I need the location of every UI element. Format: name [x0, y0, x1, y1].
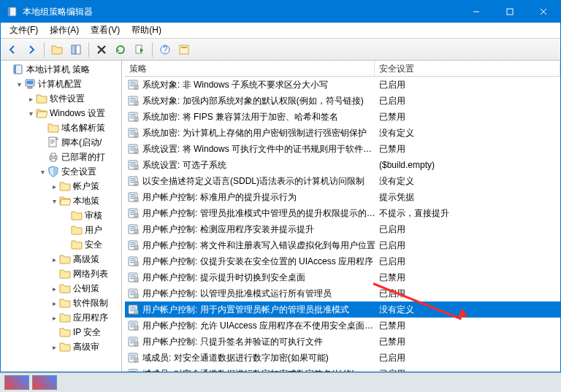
folder-icon [59, 297, 71, 309]
tree-adv-audit[interactable]: ▸高级审 [47, 339, 121, 354]
toolbar-sep [88, 42, 89, 57]
chevron-right-icon[interactable]: ▸ [49, 254, 59, 264]
tree-root[interactable]: 本地计算机 策略 [1, 62, 121, 77]
policy-name: 用户帐户控制: 用于内置管理员帐户的管理员批准模式 [142, 304, 349, 316]
show-hide-tree-button[interactable] [67, 41, 85, 58]
policy-row[interactable]: 用户帐户控制: 提示提升时切换到安全桌面已禁用 [125, 269, 560, 285]
tree-software-settings[interactable]: ▸软件设置 [24, 91, 121, 106]
menu-view[interactable]: 查看(V) [85, 23, 126, 38]
policy-name: 系统加密: 为计算机上存储的用户密钥强制进行强密钥保护 [142, 127, 367, 139]
policy-row[interactable]: 用户帐户控制: 允许 UIAccess 应用程序在不使用安全桌面…已禁用 [125, 318, 560, 334]
tree-user-rights[interactable]: 用户 [59, 223, 121, 237]
help-button[interactable]: ? [156, 41, 174, 58]
tree-restrict[interactable]: ▸软件限制 [47, 296, 121, 310]
chevron-right-icon[interactable]: ▸ [49, 312, 59, 323]
properties-button[interactable] [175, 41, 193, 58]
tree-security[interactable]: ▾安全设置 [36, 164, 121, 179]
policy-row[interactable]: 域成员: 对安全通道数据进行数字加密(如果可能)已启用 [125, 350, 560, 366]
chevron-down-icon[interactable]: ▾ [49, 196, 59, 206]
chevron-down-icon[interactable]: ▾ [14, 79, 24, 89]
policy-row[interactable]: 系统设置: 将 Windows 可执行文件中的证书规则用于软件…已禁用 [125, 141, 560, 157]
chevron-down-icon[interactable]: ▾ [37, 166, 47, 177]
tree-network[interactable]: 网络列表 [47, 266, 121, 281]
policy-row[interactable]: 系统对象: 非 Windows 子系统不要求区分大小写已启用 [125, 77, 560, 93]
policy-row[interactable]: 用户帐户控制: 检测应用程序安装并提示提升已启用 [125, 221, 560, 237]
tree-pane[interactable]: 本地计算机 策略 ▾ 计算机配置 ▸软件设置 [1, 61, 122, 372]
tree-local[interactable]: ▾本地策 [47, 193, 121, 208]
policy-row[interactable]: 系统加密: 为计算机上存储的用户密钥强制进行强密钥保护没有定义 [125, 125, 560, 141]
chevron-right-icon[interactable]: ▸ [49, 298, 59, 308]
maximize-button[interactable] [493, 1, 527, 23]
tree-scripts[interactable]: 脚本(启动/ [36, 135, 121, 150]
tree-sec-options[interactable]: 安全 [59, 237, 121, 252]
policy-name: 域成员: 对安全通道数据进行数字加密(如果可能) [142, 352, 329, 364]
tree-ip-sec[interactable]: IP 安全 [47, 325, 121, 339]
list-pane: 策略 安全设置 系统对象: 非 Windows 子系统不要求区分大小写已启用系统… [125, 61, 560, 372]
policy-item-icon [128, 143, 140, 155]
col-setting[interactable]: 安全设置 [375, 61, 560, 76]
tree-audit[interactable]: 审核 [59, 208, 121, 223]
policy-row[interactable]: 用户帐户控制: 将文件和注册表写入错误虚拟化到每用户位置已启用 [125, 237, 560, 253]
tree-deployed[interactable]: 已部署的打 [36, 150, 121, 164]
folder-open-icon [36, 107, 47, 119]
policy-row[interactable]: 系统加密: 将 FIPS 兼容算法用于加密、哈希和签名已禁用 [125, 109, 560, 125]
svg-rect-23 [181, 47, 187, 48]
svg-rect-17 [72, 45, 75, 54]
tree-computer-config[interactable]: ▾ 计算机配置 [12, 77, 121, 91]
window-controls [459, 1, 560, 23]
policy-row[interactable]: 域成员: 对安全通道数据进行数字加密或数字签名(始终)已启用 [125, 366, 560, 372]
policy-row[interactable]: 用户帐户控制: 用于内置管理员帐户的管理员批准模式没有定义 [125, 301, 560, 318]
export-button[interactable] [131, 41, 148, 58]
delete-button[interactable] [93, 41, 110, 58]
folder-icon [47, 122, 59, 134]
tree-windows-settings[interactable]: ▾Windows 设置 [24, 106, 121, 120]
policy-row[interactable]: 用户帐户控制: 仅提升安装在安全位置的 UIAccess 应用程序已启用 [125, 253, 560, 269]
chevron-right-icon[interactable]: ▸ [49, 283, 59, 293]
policy-item-icon [128, 255, 140, 267]
policy-row[interactable]: 系统对象: 加强内部系统对象的默认权限(例如，符号链接)已启用 [125, 93, 560, 109]
taskbar-thumb [4, 375, 29, 390]
chevron-down-icon[interactable]: ▾ [26, 108, 36, 118]
policy-row[interactable]: 用户帐户控制: 只提升签名并验证的可执行文件已禁用 [125, 334, 560, 350]
chevron-right-icon[interactable]: ▸ [49, 181, 59, 191]
policy-row[interactable]: 以安全描述符定义语言(SDDL)语法表示的计算机访问限制没有定义 [125, 173, 560, 189]
policy-row[interactable]: 用户帐户控制: 以管理员批准模式运行所有管理员已启用 [125, 285, 560, 301]
folder-icon [59, 312, 71, 323]
policy-item-icon [128, 223, 140, 235]
policy-row[interactable]: 系统设置: 可选子系统($build.empty) [125, 157, 560, 173]
menu-file[interactable]: 文件(F) [4, 23, 44, 38]
policy-item-icon [128, 352, 140, 364]
tree-dns[interactable]: 域名解析策 [36, 120, 121, 135]
folder-icon [71, 239, 83, 250]
policy-setting: 已禁用 [375, 320, 560, 332]
menu-help[interactable]: 帮助(H) [126, 23, 167, 38]
back-button[interactable] [4, 41, 21, 58]
folder-icon [36, 93, 47, 104]
menu-action[interactable]: 操作(A) [44, 23, 85, 38]
policy-setting: ($build.empty) [375, 160, 560, 170]
close-button[interactable] [527, 1, 560, 23]
list-body[interactable]: 系统对象: 非 Windows 子系统不要求区分大小写已启用系统对象: 加强内部… [125, 77, 560, 372]
tree-public-key[interactable]: ▸公钥策 [47, 281, 121, 296]
up-button[interactable] [48, 41, 66, 58]
policy-row[interactable]: 用户帐户控制: 标准用户的提升提示行为提示凭据 [125, 189, 560, 205]
list-header: 策略 安全设置 [125, 61, 560, 77]
folder-icon [59, 180, 71, 192]
chevron-right-icon[interactable]: ▸ [26, 93, 36, 104]
folder-icon [59, 326, 71, 338]
refresh-button[interactable] [112, 41, 129, 58]
policy-setting: 已禁用 [375, 143, 560, 155]
policy-item-icon [128, 79, 140, 91]
policy-row[interactable]: 用户帐户控制: 管理员批准模式中管理员的提升权限提示的…不提示，直接提升 [125, 205, 560, 221]
tree-account[interactable]: ▸帐户策 [47, 179, 121, 193]
col-policy[interactable]: 策略 [125, 61, 375, 76]
svg-rect-22 [180, 45, 188, 54]
policy-item-icon [128, 191, 140, 203]
svg-rect-16 [507, 9, 513, 15]
minimize-button[interactable] [459, 1, 493, 23]
tree-app-ctrl[interactable]: ▸应用程序 [47, 310, 121, 325]
policy-setting: 已启用 [375, 223, 560, 236]
chevron-right-icon[interactable]: ▸ [49, 342, 59, 352]
forward-button[interactable] [23, 41, 40, 58]
tree-advanced[interactable]: ▸高级策 [47, 252, 121, 266]
